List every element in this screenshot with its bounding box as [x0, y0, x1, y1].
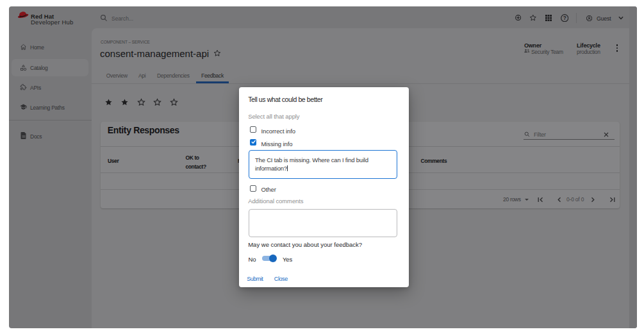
svg-text:?: ?	[563, 15, 566, 21]
